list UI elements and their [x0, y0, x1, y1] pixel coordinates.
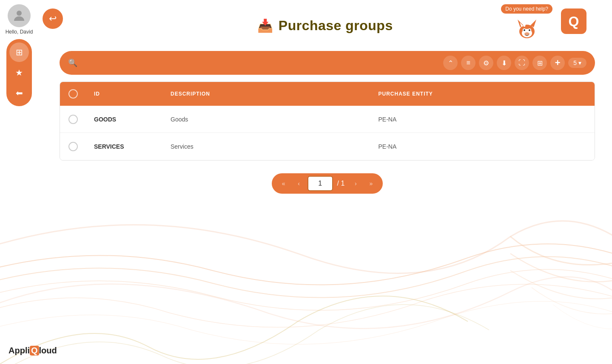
help-bubble[interactable]: Do you need help?	[501, 4, 552, 14]
header-select-all[interactable]	[68, 89, 78, 99]
cell-description: Goods	[171, 116, 379, 123]
columns-button[interactable]: ⊞	[532, 56, 547, 70]
page-total: / 1	[335, 180, 347, 187]
table-header: ID DESCRIPTION PURCHASE ENTITY	[60, 82, 595, 106]
col-header-purchase-entity: PURCHASE ENTITY	[379, 91, 586, 97]
cell-description: Services	[171, 143, 379, 150]
sidebar-item-logout[interactable]: ⬅	[9, 83, 29, 103]
col-header-id: ID	[94, 91, 171, 97]
chevron-up-icon: ⌃	[448, 59, 453, 67]
logout-icon: ⬅	[16, 88, 23, 98]
expand-icon: ⛶	[518, 59, 525, 67]
columns-icon: ⊞	[537, 59, 543, 67]
page-title-icon: 📥	[257, 18, 273, 33]
header-checkbox-cell	[68, 89, 94, 99]
user-greeting: Hello, David	[6, 29, 33, 35]
svg-point-11	[524, 32, 529, 36]
help-area: Do you need help?	[501, 4, 552, 41]
svg-point-10	[529, 29, 530, 31]
last-page-icon: »	[369, 180, 373, 187]
col-header-description: DESCRIPTION	[171, 91, 379, 97]
last-page-button[interactable]: »	[364, 177, 378, 190]
table-row[interactable]: GOODS Goods PE-NA	[60, 106, 595, 133]
search-area: 🔍	[68, 58, 439, 68]
cell-purchase-entity: PE-NA	[379, 143, 586, 150]
prev-page-icon: ‹	[298, 180, 300, 187]
sidebar-item-star[interactable]: ★	[9, 63, 29, 82]
add-button[interactable]: +	[550, 56, 565, 70]
next-page-button[interactable]: ›	[349, 177, 362, 190]
page-input[interactable]	[307, 176, 333, 191]
star-icon: ★	[15, 68, 23, 78]
download-button[interactable]: ⬇	[497, 56, 511, 70]
svg-point-9	[524, 29, 525, 31]
data-table: ID DESCRIPTION PURCHASE ENTITY GOODS Goo…	[60, 82, 595, 161]
chevron-up-button[interactable]: ⌃	[443, 56, 458, 70]
filter-icon: ≡	[467, 59, 470, 67]
pagination-wrap: « ‹ / 1 › »	[272, 173, 383, 194]
first-page-icon: «	[282, 180, 285, 187]
toolbar-actions: ⌃ ≡ ⚙ ⬇ ⛶ ⊞ + 5 ▾	[443, 56, 586, 70]
prev-page-button[interactable]: ‹	[292, 177, 306, 190]
table-row[interactable]: SERVICES Services PE-NA	[60, 133, 595, 160]
search-toolbar: 🔍 ⌃ ≡ ⚙ ⬇ ⛶ ⊞ +	[60, 51, 595, 75]
sidebar: Hello, David ⊞ ★ ⬅	[0, 0, 38, 364]
sidebar-item-kanban[interactable]: ⊞	[9, 42, 29, 62]
page-size-value: 5	[573, 59, 577, 66]
download-icon: ⬇	[501, 59, 507, 67]
sidebar-nav: ⊞ ★ ⬅	[6, 39, 32, 106]
pagination: « ‹ / 1 › »	[60, 173, 595, 194]
cell-id: GOODS	[94, 116, 171, 123]
row-checkbox[interactable]	[68, 115, 94, 124]
page-title-text: Purchase groups	[279, 18, 393, 34]
expand-button[interactable]: ⛶	[515, 56, 529, 70]
q-button[interactable]: Q	[561, 8, 586, 34]
gear-icon: ⚙	[483, 59, 489, 67]
logo-highlight: Q	[30, 346, 39, 356]
app-logo: AppliQloud	[9, 346, 57, 356]
filter-button[interactable]: ≡	[461, 56, 475, 70]
first-page-button[interactable]: «	[277, 177, 290, 190]
logo-suffix: loud	[39, 346, 57, 355]
logo-prefix: Appli	[9, 346, 30, 355]
cell-id: SERVICES	[94, 143, 171, 150]
svg-point-0	[17, 11, 22, 16]
page-title: 📥 Purchase groups	[257, 18, 393, 34]
page-size-button[interactable]: 5 ▾	[568, 58, 586, 68]
add-icon: +	[555, 57, 561, 68]
row-checkbox[interactable]	[68, 142, 94, 151]
search-icon: 🔍	[68, 58, 77, 68]
page-size-dropdown-icon: ▾	[578, 59, 581, 66]
user-avatar[interactable]	[8, 4, 31, 27]
search-input[interactable]	[81, 59, 439, 67]
q-icon: Q	[569, 14, 579, 29]
fox-mascot[interactable]	[514, 15, 540, 41]
cell-purchase-entity: PE-NA	[379, 116, 586, 123]
next-page-icon: ›	[355, 180, 357, 187]
avatar-icon	[11, 8, 27, 23]
kanban-icon: ⊞	[16, 47, 23, 57]
settings-button[interactable]: ⚙	[479, 56, 493, 70]
main-content: 🔍 ⌃ ≡ ⚙ ⬇ ⛶ ⊞ +	[60, 51, 595, 194]
